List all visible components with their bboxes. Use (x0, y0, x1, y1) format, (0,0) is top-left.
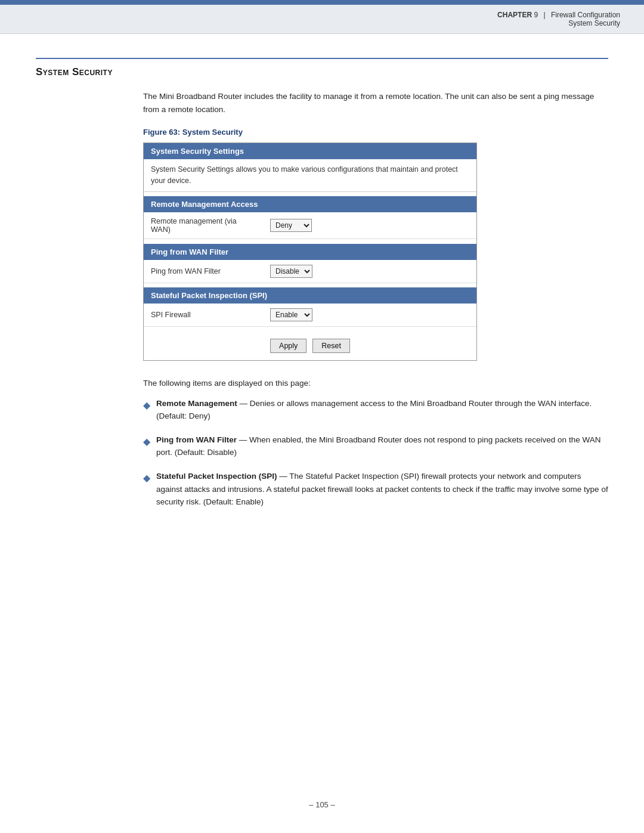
top-accent-bar (0, 0, 644, 5)
remote-management-select-cell: Deny Allow (263, 212, 476, 239)
page-number: – 105 – (309, 800, 335, 809)
list-item-ping-filter: ◆ Ping from WAN Filter — When enabled, t… (143, 433, 608, 459)
reset-button[interactable]: Reset (312, 339, 350, 353)
bullet-text-2: Ping from WAN Filter — When enabled, the… (156, 433, 608, 459)
ping-filter-form-row: Ping from WAN Filter Disable Enable (144, 260, 476, 283)
system-security-header-label: System Security Settings (151, 147, 244, 156)
header-separator: | (543, 11, 545, 19)
ping-filter-header-cell: Ping from WAN Filter (144, 244, 476, 260)
ping-filter-label: Ping from WAN Filter (144, 260, 263, 283)
bullet-term-1: Remote Management (156, 399, 237, 408)
system-security-desc-row: System Security Settings allows you to m… (144, 159, 476, 191)
ping-filter-select[interactable]: Disable Enable (270, 265, 312, 278)
button-cell: Apply Reset (144, 332, 476, 360)
bullet-emdash-3: — (279, 472, 289, 481)
spi-label: SPI Firewall (144, 304, 263, 327)
spi-select[interactable]: Enable Disable (270, 308, 312, 321)
ping-filter-select-cell: Disable Enable (263, 260, 476, 283)
section-title-bar: System Security (36, 58, 608, 78)
remote-management-select[interactable]: Deny Allow (270, 219, 312, 232)
bullet-emdash-2: — (239, 435, 249, 444)
remote-management-label: Remote management (via WAN) (144, 212, 263, 239)
section-title: System Security (36, 66, 113, 78)
remote-management-header-cell: Remote Management Access (144, 196, 476, 212)
bullet-list: ◆ Remote Management — Denies or allows m… (143, 397, 608, 509)
ping-filter-header-label: Ping from WAN Filter (151, 247, 228, 256)
bullet-text-1: Remote Management — Denies or allows man… (156, 397, 608, 423)
figure-label: Figure 63: System Security (143, 128, 608, 137)
spi-select-cell: Enable Disable (263, 304, 476, 327)
bullet-diamond-2: ◆ (143, 434, 150, 450)
chapter-title: Firewall Configuration (551, 11, 620, 19)
spacer-4 (144, 327, 476, 332)
bullet-term-3: Stateful Packet Inspection (SPI) (156, 472, 277, 481)
remote-management-header-label: Remote Management Access (151, 200, 258, 209)
remote-management-header-row: Remote Management Access (144, 196, 476, 212)
page-footer: – 105 – (0, 800, 644, 809)
settings-table: System Security Settings System Security… (144, 143, 476, 360)
list-item-spi: ◆ Stateful Packet Inspection (SPI) — The… (143, 470, 608, 509)
system-security-header-row: System Security Settings (144, 143, 476, 159)
spacer-1 (144, 191, 476, 196)
chapter-header: CHAPTER 9 | Firewall Configuration Syste… (0, 5, 644, 34)
spacer-2 (144, 239, 476, 244)
spi-header-label: Stateful Packet Inspection (SPI) (151, 291, 267, 300)
list-item-remote-management: ◆ Remote Management — Denies or allows m… (143, 397, 608, 423)
main-content: System Security The Mini Broadband Route… (0, 34, 644, 555)
body-text: The Mini Broadband Router includes the f… (143, 90, 608, 116)
bullet-diamond-3: ◆ (143, 470, 150, 486)
bullet-term-2: Ping from WAN Filter (156, 435, 237, 444)
chapter-number: 9 (534, 11, 538, 19)
ui-panel: System Security Settings System Security… (143, 143, 477, 361)
button-row: Apply Reset (144, 332, 476, 360)
spi-form-row: SPI Firewall Enable Disable (144, 304, 476, 327)
system-security-header-cell: System Security Settings (144, 143, 476, 159)
chapter-label: CHAPTER (497, 11, 532, 19)
spi-header-row: Stateful Packet Inspection (SPI) (144, 287, 476, 304)
following-items-intro: The following items are displayed on thi… (143, 379, 608, 388)
bullet-emdash-1: — (240, 399, 250, 408)
apply-button[interactable]: Apply (270, 339, 306, 353)
spacer-3 (144, 283, 476, 287)
bullet-text-3: Stateful Packet Inspection (SPI) — The S… (156, 470, 608, 509)
spi-header-cell: Stateful Packet Inspection (SPI) (144, 287, 476, 304)
chapter-subtitle: System Security (24, 19, 620, 27)
remote-management-form-row: Remote management (via WAN) Deny Allow (144, 212, 476, 239)
system-security-desc-cell: System Security Settings allows you to m… (144, 159, 476, 191)
bullet-diamond-1: ◆ (143, 398, 150, 413)
ping-filter-header-row: Ping from WAN Filter (144, 244, 476, 260)
